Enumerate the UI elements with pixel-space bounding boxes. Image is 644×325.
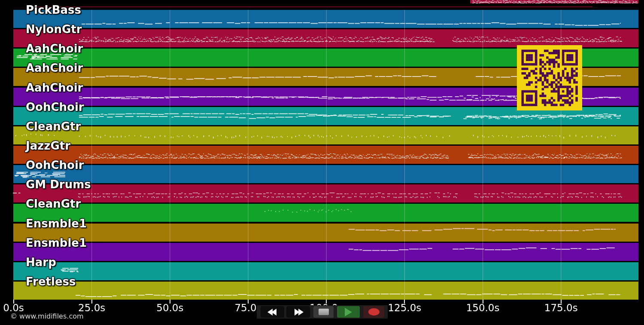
track-label: AahChoir — [26, 42, 83, 55]
track-label: Fretless — [26, 275, 76, 288]
track-label: NylonGtr — [26, 23, 82, 36]
axis-tick-label: 150.0s — [453, 302, 513, 313]
record-button[interactable] — [363, 306, 384, 318]
track-label: JazzGtr — [26, 139, 70, 152]
stop-button[interactable] — [313, 306, 334, 318]
qr-code — [517, 45, 582, 110]
track-label: Harp — [26, 256, 56, 269]
track-label: OohChoir — [26, 101, 84, 113]
track-label: Ensmble1 — [26, 236, 87, 249]
stop-icon — [319, 309, 329, 315]
fast-forward-button[interactable] — [286, 306, 310, 318]
watermark-text: © www.midifiles.com — [10, 312, 84, 320]
track-label: GM Drums — [26, 178, 91, 191]
axis-tick-label: 175.0s — [531, 302, 591, 313]
track-label: CleanGtr — [26, 197, 81, 210]
record-icon — [368, 308, 380, 316]
axis-tick-label: 50.0s — [140, 302, 200, 313]
track-label: OohChoir — [26, 159, 84, 172]
transport-bar — [257, 305, 388, 319]
play-icon — [345, 308, 352, 316]
fast-forward-icon — [295, 309, 302, 316]
rewind-button[interactable] — [261, 306, 284, 318]
track-label: CleanGtr — [26, 120, 81, 133]
midi-track-visualization: PickBassNylonGtrAahChoirAahChoirAahChoir… — [0, 0, 644, 325]
play-button[interactable] — [337, 306, 360, 318]
track-label: PickBass — [26, 3, 81, 16]
track-label: Ensmble1 — [26, 217, 87, 230]
track-label: AahChoir — [26, 61, 83, 74]
rewind-icon — [269, 309, 276, 316]
track-label: AahChoir — [26, 81, 83, 94]
